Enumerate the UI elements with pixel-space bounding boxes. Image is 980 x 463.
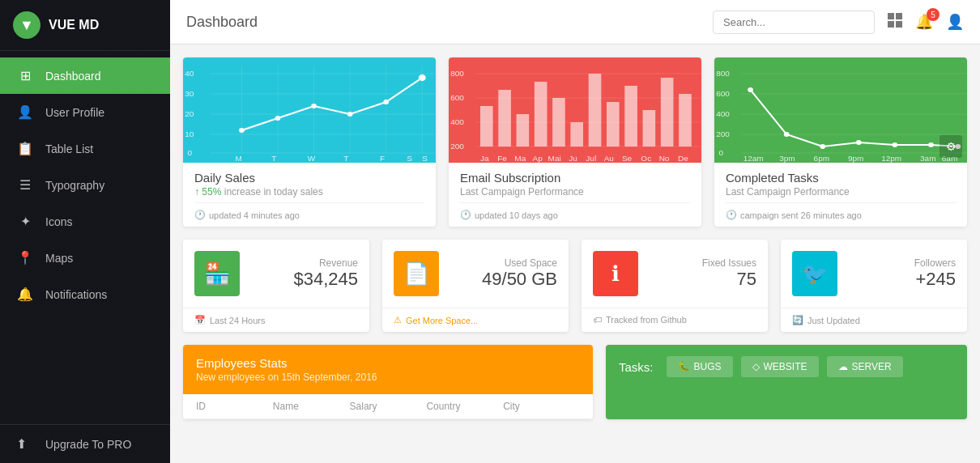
svg-text:0: 0 (188, 148, 193, 156)
svg-text:Ju: Ju (569, 154, 577, 162)
sidebar-item-maps[interactable]: 📍 Maps (0, 240, 170, 276)
revenue-card: 🏪 Revenue $34,245 📅 Last 24 Hours (183, 240, 369, 332)
gear-button[interactable]: ⚙ (940, 135, 962, 158)
user-avatar-icon: 👤 (946, 14, 964, 30)
svg-text:9pm: 9pm (848, 154, 864, 162)
col-id: ID (196, 401, 273, 412)
notifications-icon: 🔔 (16, 287, 34, 302)
svg-rect-48 (607, 102, 620, 147)
svg-text:De: De (678, 154, 688, 162)
svg-text:No: No (659, 154, 670, 162)
calendar-icon: 📅 (194, 315, 206, 325)
svg-text:Se: Se (622, 154, 632, 162)
followers-label: Followers (849, 257, 956, 269)
svg-rect-44 (535, 82, 548, 147)
search-input[interactable] (713, 11, 875, 34)
tasks-chart: 800 600 400 200 0 (714, 57, 967, 163)
svg-point-27 (239, 128, 245, 133)
svg-text:S: S (407, 154, 412, 162)
followers-card: 🐦 Followers +245 🔄 Just Updated (781, 240, 967, 332)
svg-text:600: 600 (450, 93, 464, 101)
completed-tasks-card: 800 600 400 200 0 (714, 57, 967, 227)
notifications-button[interactable]: 🔔 5 (915, 13, 933, 31)
space-footer: ⚠ Get More Space... (382, 308, 569, 332)
topbar-icons: 🔔 5 👤 (888, 13, 964, 32)
svg-text:200: 200 (450, 142, 464, 150)
svg-text:400: 400 (450, 117, 464, 125)
svg-rect-3 (896, 21, 902, 28)
sidebar-upgrade-button[interactable]: ⬆ Upgrade To PRO (0, 424, 170, 463)
server-icon: ☁ (838, 361, 848, 372)
sidebar-item-icons[interactable]: ✦ Icons (0, 203, 170, 240)
svg-text:12pm: 12pm (881, 154, 901, 162)
svg-point-29 (311, 104, 317, 108)
svg-text:M: M (236, 154, 242, 162)
website-tab[interactable]: ◇ WEBSITE (741, 356, 819, 377)
clock-icon3: 🕐 (726, 210, 737, 220)
revenue-footer: 📅 Last 24 Hours (183, 308, 369, 332)
completed-tasks-body: Completed Tasks Last Campaign Performanc… (714, 163, 967, 227)
svg-point-32 (419, 74, 426, 81)
maps-icon: 📍 (16, 250, 34, 265)
sidebar-item-label: Typography (45, 179, 104, 192)
clock-icon2: 🕐 (460, 210, 471, 220)
email-subscription-card: 800 600 400 200 (449, 57, 701, 227)
svg-text:Jul: Jul (586, 154, 596, 162)
get-more-space-link[interactable]: Get More Space... (406, 316, 478, 325)
sidebar-item-label: Table List (45, 142, 93, 155)
daily-sales-title: Daily Sales (194, 171, 424, 185)
daily-sales-card: 40 30 20 10 0 M T W T F S S (183, 57, 436, 227)
sidebar-item-label: Notifications (45, 288, 107, 301)
sidebar-item-table-list[interactable]: 📋 Table List (0, 130, 170, 167)
svg-rect-45 (552, 98, 565, 147)
revenue-label: Revenue (251, 257, 358, 269)
svg-text:T: T (271, 154, 276, 162)
sidebar-item-typography[interactable]: ☰ Typography (0, 167, 170, 203)
employees-header: Employees Stats New employees on 15th Se… (183, 345, 593, 394)
svg-point-31 (383, 100, 389, 104)
col-country: Country (426, 401, 503, 412)
sidebar-item-notifications[interactable]: 🔔 Notifications (0, 276, 170, 312)
space-label: Used Space (450, 257, 557, 269)
svg-text:800: 800 (450, 69, 464, 77)
sidebar-item-user-profile[interactable]: 👤 User Profile (0, 94, 170, 130)
grid-view-button[interactable] (888, 13, 902, 32)
upgrade-icon: ⬆ (16, 436, 34, 452)
bugs-icon: 🐛 (678, 361, 690, 372)
sidebar-item-label: Dashboard (45, 70, 101, 83)
svg-rect-46 (570, 122, 583, 147)
bottom-row: Employees Stats New employees on 15th Se… (183, 345, 967, 419)
email-subscription-body: Email Subscription Last Campaign Perform… (449, 163, 701, 227)
email-footer: 🕐 updated 10 days ago (460, 202, 690, 220)
svg-text:Au: Au (604, 154, 614, 162)
followers-footer: 🔄 Just Updated (781, 308, 967, 332)
svg-text:30: 30 (185, 89, 194, 97)
sidebar-item-dashboard[interactable]: ⊞ Dashboard (0, 57, 170, 94)
svg-text:F: F (380, 154, 385, 162)
issues-footer: 🏷 Tracked from Github (582, 308, 768, 331)
typography-icon: ☰ (16, 177, 34, 193)
main-content: Dashboard 🔔 5 👤 (170, 0, 980, 463)
sidebar-item-label: Icons (45, 215, 72, 228)
sidebar-logo: ▼ VUE MD (0, 0, 170, 51)
svg-text:S: S (422, 154, 428, 162)
svg-rect-49 (624, 86, 637, 147)
user-menu-button[interactable]: 👤 (946, 13, 964, 31)
table-icon: 📋 (16, 141, 34, 156)
svg-text:200: 200 (716, 130, 730, 138)
icons-icon: ✦ (16, 214, 34, 229)
logo-text: VUE MD (49, 18, 99, 32)
server-tab[interactable]: ☁ SERVER (827, 356, 903, 377)
bugs-tab[interactable]: 🐛 BUGS (667, 356, 733, 377)
email-subtitle: Last Campaign Performance (460, 186, 690, 198)
svg-rect-47 (589, 74, 602, 147)
stats-row: 🏪 Revenue $34,245 📅 Last 24 Hours 📄 Used… (183, 240, 967, 332)
daily-sales-subtitle: ↑ 55% increase in today sales (194, 186, 424, 198)
sidebar: ▼ VUE MD ⊞ Dashboard 👤 User Profile 📋 Ta… (0, 0, 170, 463)
svg-point-75 (748, 87, 753, 92)
daily-sales-chart: 40 30 20 10 0 M T W T F S S (183, 57, 436, 163)
svg-text:Oc: Oc (641, 154, 651, 162)
upgrade-label: Upgrade To PRO (45, 438, 131, 451)
fixed-issues-card: ℹ Fixed Issues 75 🏷 Tracked from Github (582, 240, 768, 332)
issues-icon: ℹ (593, 251, 638, 296)
